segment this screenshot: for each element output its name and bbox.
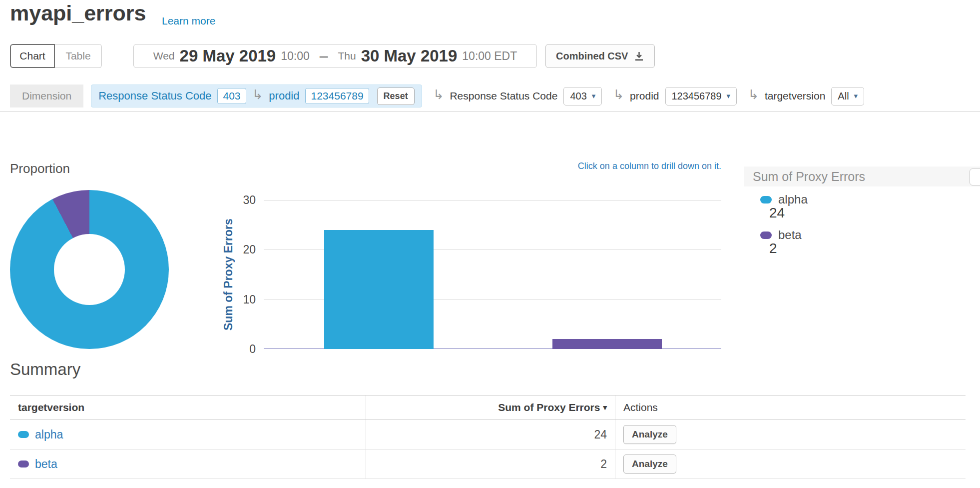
targetversion-cell: alpha bbox=[10, 420, 366, 449]
dropdown-value: 403 bbox=[570, 90, 586, 102]
alpha-swatch-icon bbox=[760, 196, 772, 204]
proportion-title: Proportion bbox=[10, 161, 70, 176]
chevron-down-icon: ▾ bbox=[854, 92, 858, 100]
table-view-button[interactable]: Table bbox=[55, 44, 102, 68]
start-time: 10:00 bbox=[281, 50, 310, 63]
filter-group-targetversion: ↳ targetversion All ▾ bbox=[748, 87, 864, 106]
chart-view-button[interactable]: Chart bbox=[10, 44, 55, 68]
breadcrumb-dimension-name: Response Status Code bbox=[98, 90, 211, 102]
drill-down-icon: ↳ bbox=[252, 88, 263, 101]
legend-collapse-control[interactable] bbox=[970, 168, 980, 186]
summary-title: Summary bbox=[10, 360, 80, 379]
sort-caret-icon: ▾ bbox=[603, 403, 607, 412]
dimension-label: Dimension bbox=[10, 84, 83, 108]
bar-beta[interactable] bbox=[552, 339, 662, 349]
legend-label: alpha bbox=[778, 192, 808, 206]
drill-hint-text: Click on a column to drill down on it. bbox=[264, 161, 721, 172]
analyze-button[interactable]: Analyze bbox=[623, 425, 676, 444]
value-cell: 24 bbox=[366, 420, 615, 449]
start-date: 29 May 2019 bbox=[180, 46, 276, 66]
y-tick-10: 10 bbox=[228, 292, 256, 306]
filter-group-prodid: ↳ prodid 123456789 ▾ bbox=[613, 87, 737, 106]
gridline-30 bbox=[264, 200, 721, 200]
breadcrumb-value-chip[interactable]: 403 bbox=[217, 88, 246, 104]
reset-button[interactable]: Reset bbox=[377, 88, 415, 105]
csv-button-label: Combined CSV bbox=[556, 50, 628, 62]
value-cell: 2 bbox=[366, 450, 615, 478]
proportion-donut bbox=[10, 190, 169, 349]
horizontal-divider bbox=[0, 111, 980, 112]
actions-cell: Analyze bbox=[615, 420, 966, 449]
dimension-bar: Dimension Response Status Code 403 ↳ pro… bbox=[10, 84, 864, 108]
targetversion-cell: beta bbox=[10, 450, 366, 478]
filter-name: targetversion bbox=[765, 90, 825, 102]
column-header-actions: Actions bbox=[615, 396, 966, 420]
page-title: myapi_errors bbox=[10, 1, 146, 26]
table-row: beta 2 Analyze bbox=[10, 450, 966, 479]
date-range-separator: – bbox=[320, 48, 328, 64]
column-header-label: Sum of Proxy Errors bbox=[498, 402, 600, 414]
targetversion-dropdown[interactable]: All ▾ bbox=[831, 87, 864, 106]
table-header-row: targetversion Sum of Proxy Errors ▾ Acti… bbox=[10, 396, 966, 420]
legend-item-beta: beta bbox=[760, 228, 802, 242]
end-date: 30 May 2019 bbox=[361, 46, 458, 66]
drill-down-icon: ↳ bbox=[748, 88, 759, 101]
analyze-button[interactable]: Analyze bbox=[623, 454, 676, 474]
prodid-dropdown[interactable]: 123456789 ▾ bbox=[665, 87, 737, 106]
row-label-link[interactable]: alpha bbox=[35, 428, 63, 442]
end-day: Thu bbox=[338, 50, 356, 62]
start-day: Wed bbox=[153, 50, 175, 62]
column-header-targetversion: targetversion bbox=[10, 396, 366, 420]
y-axis-label: Sum of Proxy Errors bbox=[221, 200, 236, 349]
chevron-down-icon: ▾ bbox=[727, 92, 731, 100]
donut-hole bbox=[54, 234, 125, 305]
drill-down-icon: ↳ bbox=[613, 88, 624, 101]
dropdown-value: 123456789 bbox=[672, 90, 722, 102]
filter-group-response-status-code: ↳ Response Status Code 403 ▾ bbox=[433, 87, 602, 106]
report-page: myapi_errors Learn more Chart Table Wed … bbox=[0, 0, 980, 488]
view-toggle: Chart Table bbox=[10, 44, 102, 68]
drill-down-icon: ↳ bbox=[433, 88, 444, 101]
filter-name: prodid bbox=[630, 90, 659, 102]
y-tick-20: 20 bbox=[228, 242, 256, 256]
date-range-picker[interactable]: Wed 29 May 2019 10:00 – Thu 30 May 2019 … bbox=[133, 44, 537, 68]
dropdown-value: All bbox=[838, 90, 849, 102]
response-status-code-dropdown[interactable]: 403 ▾ bbox=[563, 87, 602, 106]
y-tick-30: 30 bbox=[228, 193, 256, 207]
column-header-sum-of-proxy-errors[interactable]: Sum of Proxy Errors ▾ bbox=[366, 396, 615, 420]
chevron-down-icon: ▾ bbox=[592, 92, 596, 100]
drilldown-breadcrumb: Response Status Code 403 ↳ prodid 123456… bbox=[91, 84, 422, 108]
bar-alpha[interactable] bbox=[324, 230, 434, 349]
actions-cell: Analyze bbox=[615, 450, 966, 478]
beta-swatch-icon bbox=[760, 232, 772, 239]
table-row: alpha 24 Analyze bbox=[10, 420, 966, 450]
filter-name: Response Status Code bbox=[450, 90, 557, 102]
y-tick-0: 0 bbox=[228, 342, 256, 356]
breadcrumb-value-chip[interactable]: 123456789 bbox=[305, 88, 369, 104]
legend-title: Sum of Proxy Errors bbox=[744, 166, 980, 186]
beta-swatch-icon bbox=[18, 460, 29, 468]
end-time: 10:00 EDT bbox=[462, 50, 517, 63]
summary-table: targetversion Sum of Proxy Errors ▾ Acti… bbox=[10, 395, 966, 479]
row-label-link[interactable]: beta bbox=[35, 458, 57, 471]
download-icon bbox=[634, 51, 644, 62]
combined-csv-button[interactable]: Combined CSV bbox=[545, 44, 655, 68]
alpha-swatch-icon bbox=[18, 431, 29, 438]
breadcrumb-dimension-name: prodid bbox=[269, 90, 299, 102]
bar-chart bbox=[264, 200, 721, 349]
legend-label: beta bbox=[778, 228, 802, 242]
legend-value-beta: 2 bbox=[769, 240, 777, 256]
learn-more-link[interactable]: Learn more bbox=[162, 15, 215, 27]
legend-value-alpha: 24 bbox=[769, 205, 785, 221]
